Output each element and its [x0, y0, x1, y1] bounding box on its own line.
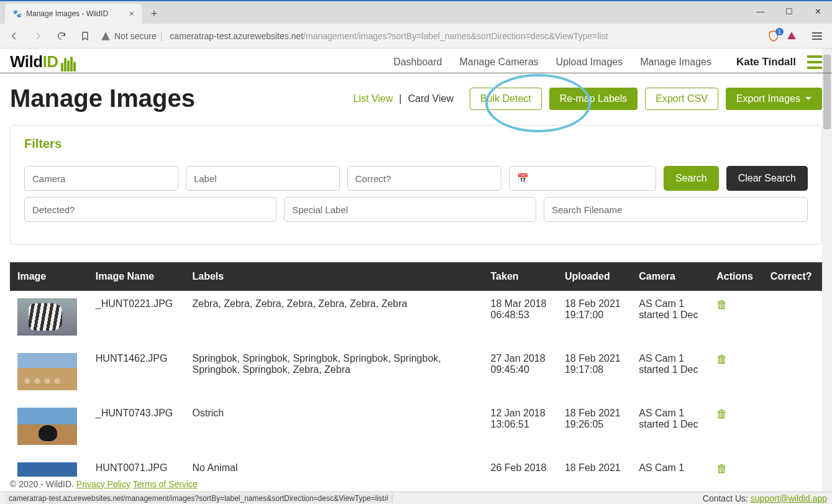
row-thumbnail[interactable] [17, 353, 77, 390]
images-table: Image Image Name Labels Taken Uploaded C… [10, 262, 822, 492]
export-images-button[interactable]: Export Images [726, 88, 822, 110]
forward-button[interactable] [30, 28, 46, 44]
row-thumbnail[interactable] [17, 408, 77, 445]
tab-favicon: 🐾 [12, 9, 21, 18]
view-card-link[interactable]: Card View [408, 93, 454, 104]
nav-manage-cameras[interactable]: Manage Cameras [459, 57, 538, 68]
row-camera: AS Cam 1 started 1 Dec [631, 344, 709, 399]
th-name[interactable]: Image Name [88, 262, 185, 291]
filters-title: Filters [24, 137, 808, 151]
footer-terms-link[interactable]: Terms of Service [133, 479, 198, 489]
filter-filename-input[interactable] [544, 197, 808, 222]
logo-wild: Wild [10, 52, 43, 71]
filter-date-input[interactable]: 📅 [509, 166, 656, 191]
new-tab-button[interactable]: + [145, 5, 163, 22]
wildid-logo[interactable]: WildID [10, 52, 76, 71]
delete-icon[interactable]: 🗑 [716, 462, 728, 475]
url-path: /management/images?sortBy=label_names&so… [303, 31, 608, 41]
view-list-link[interactable]: List View [354, 93, 393, 104]
th-actions[interactable]: Actions [709, 262, 763, 291]
nav-upload-images[interactable]: Upload Images [556, 57, 623, 68]
nav-manage-images[interactable]: Manage Images [640, 57, 711, 68]
row-labels: Springbok, Springbok, Springbok, Springb… [185, 344, 483, 399]
row-uploaded: 18 Feb 202119:26:05 [557, 399, 631, 454]
row-taken: 18 Mar 201806:48:53 [483, 291, 557, 344]
row-labels: No Animal [185, 454, 483, 492]
page-title: Manage Images [10, 85, 195, 112]
filter-detected-input[interactable] [24, 197, 277, 222]
calendar-icon: 📅 [517, 173, 529, 184]
filters-panel: Filters 📅 Search Clear Search [10, 125, 822, 245]
maximize-button[interactable]: ☐ [775, 1, 803, 21]
delete-icon[interactable]: 🗑 [716, 408, 728, 420]
row-camera: AS Cam 1 started 1 Dec [631, 399, 709, 454]
filter-special-label-input[interactable] [284, 197, 536, 222]
view-separator: | [399, 93, 401, 104]
nav-dashboard[interactable]: Dashboard [393, 57, 442, 68]
row-taken: 27 Jan 201809:45:40 [483, 344, 557, 399]
brave-rewards-icon[interactable] [786, 30, 797, 42]
row-labels: Ostrich [185, 399, 483, 454]
row-name: _HUNT0221.JPG [88, 291, 185, 344]
th-camera[interactable]: Camera [631, 262, 709, 291]
row-labels: Zebra, Zebra, Zebra, Zebra, Zebra, Zebra… [185, 291, 483, 344]
delete-icon[interactable]: 🗑 [716, 298, 728, 311]
filter-camera-input[interactable] [24, 166, 178, 191]
row-name: HUNT1462.JPG [88, 344, 185, 399]
export-csv-button[interactable]: Export CSV [645, 88, 718, 110]
brave-shield-icon[interactable]: 1 [767, 30, 781, 42]
contact-email-link[interactable]: support@wildid.app [751, 493, 827, 503]
security-indicator[interactable]: Not secure | [101, 31, 162, 41]
not-secure-label: Not secure [114, 31, 157, 41]
logo-grass-icon [61, 55, 76, 71]
footer-copyright: © 2020 - WildID. [10, 479, 74, 489]
back-button[interactable] [6, 28, 22, 44]
row-taken: 26 Feb 2018 [483, 454, 557, 492]
bookmark-icon[interactable] [77, 28, 93, 44]
remap-labels-button[interactable]: Re-map Labels [549, 88, 638, 110]
shield-count-badge: 1 [775, 28, 784, 35]
url-host: cameratrap-test.azurewebsites.net [170, 31, 303, 41]
row-taken: 12 Jan 201813:06:51 [483, 399, 557, 454]
footer-privacy-link[interactable]: Privacy Policy [76, 479, 130, 489]
reload-button[interactable] [53, 28, 70, 44]
search-button[interactable]: Search [664, 166, 719, 191]
delete-icon[interactable]: 🗑 [716, 353, 728, 365]
filter-label-input[interactable] [186, 166, 340, 191]
browser-tab[interactable]: 🐾 Manage Images - WildID × [5, 4, 142, 24]
row-camera: AS Cam 1 [631, 454, 709, 492]
close-tab-icon[interactable]: × [129, 9, 134, 19]
logo-id: ID [43, 52, 58, 71]
tab-title: Manage Images - WildID [26, 9, 108, 18]
table-row[interactable]: HUNT1462.JPGSpringbok, Springbok, Spring… [10, 344, 822, 399]
th-uploaded[interactable]: Uploaded [557, 262, 631, 291]
close-window-button[interactable]: ✕ [803, 1, 832, 21]
row-uploaded: 18 Feb 202119:17:08 [557, 344, 631, 399]
address-bar[interactable]: cameratrap-test.azurewebsites.net/manage… [170, 31, 760, 41]
row-camera: AS Cam 1 started 1 Dec [631, 291, 709, 344]
row-name: _HUNT0743.JPG [88, 399, 185, 454]
table-row[interactable]: _HUNT0743.JPGOstrich12 Jan 201813:06:511… [10, 399, 822, 454]
app-menu-button[interactable] [807, 55, 822, 69]
footer: © 2020 - WildID. Privacy Policy Terms of… [0, 477, 208, 492]
th-taken[interactable]: Taken [483, 262, 557, 291]
th-labels[interactable]: Labels [185, 262, 483, 291]
th-correct[interactable]: Correct? [763, 262, 822, 291]
browser-menu-button[interactable] [808, 32, 826, 40]
th-image[interactable]: Image [10, 262, 88, 291]
user-name[interactable]: Kate Tindall [736, 56, 796, 68]
clear-search-button[interactable]: Clear Search [726, 166, 808, 191]
bulk-detect-button[interactable]: Bulk Detect [470, 88, 542, 110]
filter-correct-input[interactable] [347, 166, 501, 191]
row-uploaded: 18 Feb 2021 [557, 454, 631, 492]
table-row[interactable]: _HUNT0221.JPGZebra, Zebra, Zebra, Zebra,… [10, 291, 822, 344]
minimize-button[interactable]: — [746, 1, 775, 21]
contact-label: Contact Us: [703, 493, 751, 503]
row-thumbnail[interactable] [17, 298, 77, 336]
status-bar-url: cameratrap-test.azurewebsites.net/manage… [5, 494, 393, 503]
row-uploaded: 18 Feb 202119:17:00 [557, 291, 631, 344]
